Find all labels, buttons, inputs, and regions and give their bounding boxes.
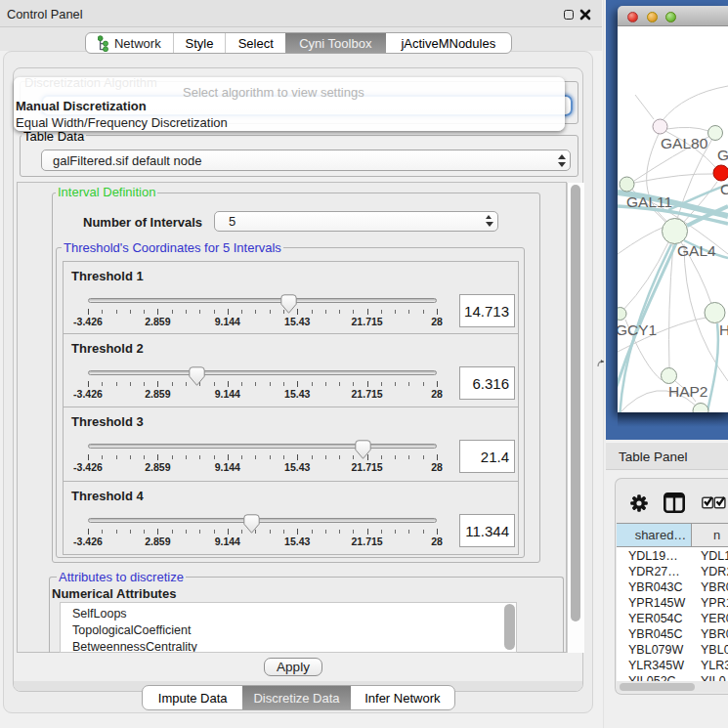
svg-text:GA: GA [717, 147, 728, 163]
svg-text:GAL80: GAL80 [661, 135, 708, 151]
svg-text:H: H [719, 321, 728, 338]
svg-text:HAP2: HAP2 [668, 383, 708, 400]
svg-text:GCY1: GCY1 [618, 321, 657, 338]
svg-text:GAL4: GAL4 [677, 242, 716, 259]
svg-text:C: C [720, 181, 728, 197]
svg-text:GAL11: GAL11 [626, 193, 672, 210]
